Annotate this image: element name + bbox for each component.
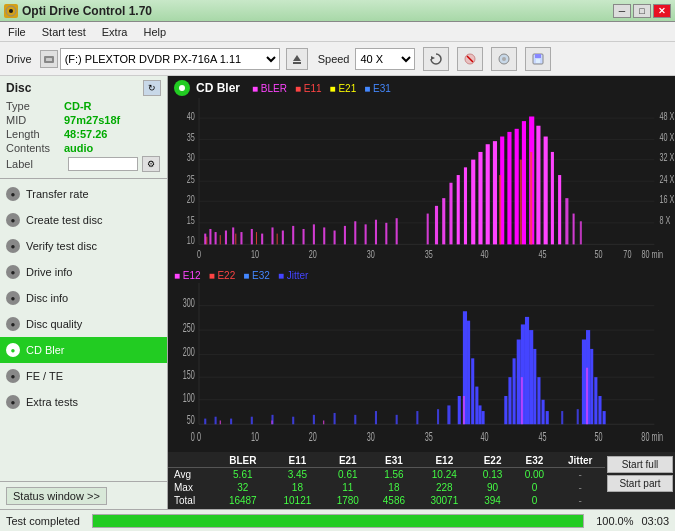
start-buttons-panel: Start full Start part (605, 454, 675, 507)
menu-bar: File Start test Extra Help (0, 22, 675, 42)
svg-rect-125 (292, 416, 294, 424)
nav-drive-info[interactable]: ● Drive info (0, 259, 167, 285)
svg-rect-140 (482, 411, 485, 424)
start-full-button[interactable]: Start full (607, 456, 673, 473)
stats-total-e32: 0 (514, 494, 556, 507)
nav-disc-info-icon: ● (6, 291, 20, 305)
svg-rect-65 (385, 223, 387, 245)
stats-max-e31: 18 (371, 481, 417, 494)
svg-rect-141 (504, 396, 507, 424)
svg-rect-63 (365, 224, 367, 244)
svg-rect-53 (261, 234, 263, 245)
chart-header: CD Bler ■ BLER ■ E11 ■ E21 ■ E31 (168, 76, 675, 98)
refresh-button[interactable] (423, 47, 449, 71)
nav-fe-te[interactable]: ● FE / TE (0, 363, 167, 389)
chart-top-legend: ■ BLER ■ E11 ■ E21 ■ E31 (252, 83, 391, 94)
nav-disc-quality-icon: ● (6, 317, 20, 331)
stats-avg-e12: 10.24 (417, 468, 472, 482)
svg-text:45: 45 (539, 428, 547, 443)
svg-text:200: 200 (183, 344, 195, 359)
svg-rect-91 (235, 234, 236, 245)
nav-transfer-rate[interactable]: ● Transfer rate (0, 181, 167, 207)
copy-button[interactable] (491, 47, 517, 71)
svg-rect-66 (396, 218, 398, 244)
svg-rect-76 (493, 141, 497, 244)
start-part-button[interactable]: Start part (607, 475, 673, 492)
svg-text:80 min: 80 min (641, 428, 663, 443)
svg-text:70: 70 (623, 249, 631, 261)
svg-rect-122 (230, 418, 232, 424)
svg-rect-147 (529, 330, 533, 424)
stats-max-e32: 0 (514, 481, 556, 494)
save-button[interactable] (525, 47, 551, 71)
stats-col-bler: BLER (215, 454, 270, 468)
nav-verify-test-disc-icon: ● (6, 239, 20, 253)
minimize-button[interactable]: ─ (613, 4, 631, 18)
svg-text:10: 10 (251, 428, 259, 443)
nav-disc-info[interactable]: ● Disc info (0, 285, 167, 311)
chart-title: CD Bler (196, 81, 240, 95)
stats-total-e12: 30071 (417, 494, 472, 507)
svg-text:50: 50 (594, 428, 602, 443)
status-window-button[interactable]: Status window >> (6, 487, 107, 505)
legend-e22: ■ E22 (209, 270, 236, 281)
disc-settings-button[interactable]: ⚙ (142, 156, 160, 172)
menu-file[interactable]: File (4, 24, 30, 40)
drive-select[interactable]: (F:) PLEXTOR DVDR PX-716A 1.11 (60, 48, 280, 70)
sidebar: Disc ↻ Type CD-R MID 97m27s18f Length 48… (0, 76, 168, 509)
disc-label-input[interactable] (68, 157, 138, 171)
nav-create-test-disc[interactable]: ● Create test disc (0, 207, 167, 233)
svg-rect-50 (232, 227, 234, 244)
svg-text:80 min: 80 min (641, 249, 663, 261)
svg-rect-120 (204, 418, 206, 424)
close-button[interactable]: ✕ (653, 4, 671, 18)
stats-col-e32: E32 (514, 454, 556, 468)
disc-contents-value: audio (64, 142, 93, 154)
svg-rect-80 (522, 121, 526, 244)
svg-rect-133 (447, 405, 450, 424)
svg-rect-132 (437, 409, 439, 424)
stats-avg-bler: 5.61 (215, 468, 270, 482)
svg-rect-87 (573, 214, 575, 245)
svg-text:0: 0 (197, 249, 201, 261)
stats-max-jitter: - (555, 481, 605, 494)
disc-refresh-button[interactable]: ↻ (143, 80, 161, 96)
maximize-button[interactable]: □ (633, 4, 651, 18)
title-bar: Opti Drive Control 1.70 ─ □ ✕ (0, 0, 675, 22)
nav-extra-tests[interactable]: ● Extra tests (0, 389, 167, 415)
nav-disc-quality-label: Disc quality (26, 318, 82, 330)
svg-text:16 X: 16 X (659, 193, 674, 205)
svg-rect-3 (46, 58, 52, 61)
menu-help[interactable]: Help (139, 24, 170, 40)
speed-select[interactable]: 40 X (355, 48, 415, 70)
nav-cd-bler[interactable]: ● CD Bler (0, 337, 167, 363)
nav-disc-quality[interactable]: ● Disc quality (0, 311, 167, 337)
svg-rect-61 (344, 226, 346, 244)
svg-rect-73 (471, 160, 475, 245)
svg-rect-88 (580, 221, 582, 244)
legend-e31: ■ E31 (364, 83, 391, 94)
svg-rect-92 (256, 232, 257, 244)
svg-rect-136 (467, 320, 470, 424)
stats-total-e11: 10121 (270, 494, 325, 507)
menu-start-test[interactable]: Start test (38, 24, 90, 40)
stats-col-e21: E21 (325, 454, 371, 468)
svg-rect-82 (536, 126, 540, 245)
svg-rect-94 (499, 175, 501, 244)
svg-rect-151 (546, 411, 549, 424)
svg-rect-72 (464, 167, 467, 244)
svg-rect-162 (323, 420, 324, 424)
eject-button[interactable] (286, 48, 308, 70)
menu-extra[interactable]: Extra (98, 24, 132, 40)
nav-verify-test-disc[interactable]: ● Verify test disc (0, 233, 167, 259)
speed-label: Speed (318, 53, 350, 65)
svg-rect-153 (577, 409, 579, 424)
disc-mid-label: MID (6, 114, 64, 126)
svg-rect-134 (458, 396, 461, 424)
svg-rect-156 (590, 348, 593, 423)
svg-rect-74 (478, 152, 482, 244)
nav-drive-info-label: Drive info (26, 266, 72, 278)
erase-button[interactable] (457, 47, 483, 71)
disc-contents-label: Contents (6, 142, 64, 154)
stats-col-e22: E22 (472, 454, 514, 468)
